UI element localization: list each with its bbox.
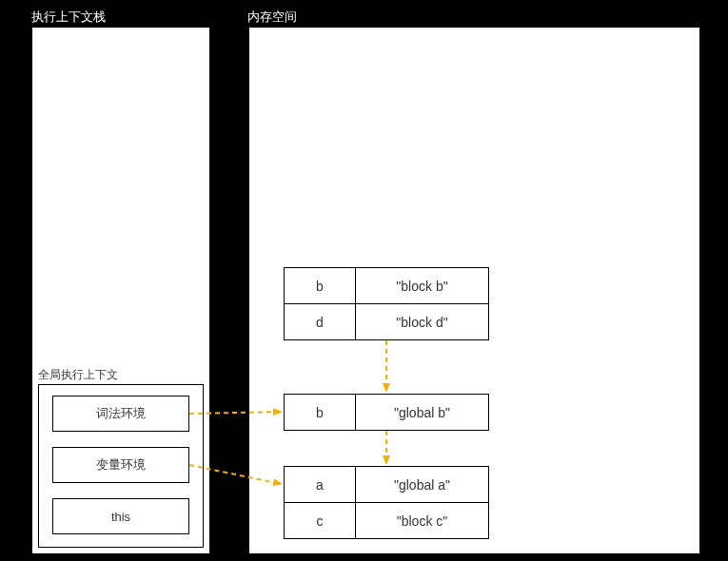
global-variable-table: a "global a" c "block c" [284,466,489,539]
cell-value: "global a" [356,467,489,503]
stack-title: 执行上下文栈 [31,9,106,26]
cell-value: "block d" [356,304,489,340]
lexical-env-label: 词法环境 [96,405,146,422]
cell-value: "block c" [356,503,489,539]
table-row: d "block d" [285,304,489,340]
this-binding-box: this [52,498,189,534]
cell-key: b [285,268,356,304]
cell-value: "global b" [356,395,489,431]
heap-title: 内存空间 [247,9,297,26]
variable-env-box: 变量环境 [52,447,189,483]
cell-value: "block b" [356,268,489,304]
variable-env-label: 变量环境 [96,456,146,474]
lexical-env-box: 词法环境 [52,396,189,432]
cell-key: d [285,304,356,340]
cell-key: c [285,503,356,539]
table-row: a "global a" [285,467,489,503]
this-binding-label: this [111,510,130,524]
table-row: b "block b" [285,268,489,304]
global-context-title: 全局执行上下文 [38,367,118,383]
table-row: c "block c" [285,503,489,539]
block-scope-table: b "block b" d "block d" [284,267,489,340]
global-lexical-table: b "global b" [284,394,489,431]
cell-key: a [285,467,356,503]
table-row: b "global b" [285,395,489,431]
cell-key: b [285,395,356,431]
